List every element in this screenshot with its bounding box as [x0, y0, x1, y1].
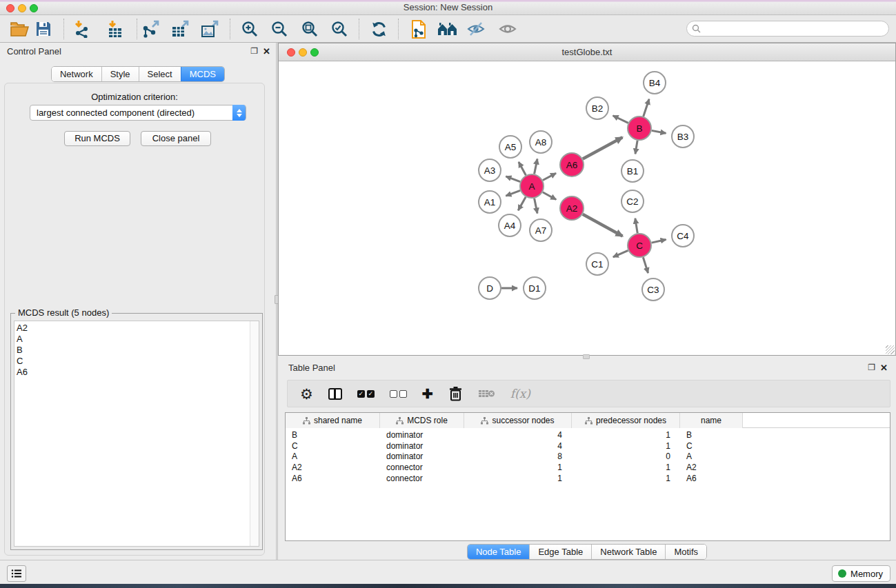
- graph-edge-A-A6[interactable]: [543, 173, 556, 180]
- graph-node-A5[interactable]: A5: [499, 136, 521, 158]
- network-canvas[interactable]: AA1A2A3A4A5A6A7A8BB1B2B3B4CC1C2C3C4DD1: [279, 61, 895, 355]
- close-table-panel-icon[interactable]: ✕: [880, 363, 888, 372]
- zoom-selected-button[interactable]: [327, 17, 352, 41]
- add-column-button[interactable]: ✚: [422, 387, 433, 401]
- graph-edge-A-A1[interactable]: [506, 190, 520, 196]
- graph-node-C1[interactable]: C1: [586, 253, 608, 275]
- deselect-all-columns-button[interactable]: [390, 390, 407, 398]
- table-tab-edge-table[interactable]: Edge Table: [529, 545, 591, 559]
- table-row[interactable]: A6connector11A6: [286, 474, 890, 485]
- mcds-result-item[interactable]: A6: [17, 367, 259, 378]
- table-row[interactable]: Adominator80A: [286, 452, 890, 463]
- graph-edge-B-B2[interactable]: [613, 116, 628, 123]
- new-network-from-file-button[interactable]: [406, 17, 431, 41]
- tab-select[interactable]: Select: [139, 67, 181, 81]
- graph-edge-A2-C[interactable]: [583, 214, 623, 236]
- run-mcds-button[interactable]: Run MCDS: [64, 131, 130, 146]
- graph-edge-B-B1[interactable]: [635, 141, 637, 154]
- graph-node-A6[interactable]: A6: [560, 153, 584, 176]
- graph-node-A3[interactable]: A3: [479, 159, 501, 181]
- list-scrollbar[interactable]: [250, 321, 259, 546]
- close-panel-icon[interactable]: ✕: [263, 47, 270, 56]
- float-panel-icon[interactable]: ❐: [250, 47, 258, 55]
- mcds-result-list[interactable]: A2ABCA6: [14, 321, 259, 547]
- open-session-button[interactable]: [7, 17, 32, 41]
- mcds-result-item[interactable]: A2: [17, 323, 259, 334]
- graph-node-D1[interactable]: D1: [524, 277, 546, 299]
- memory-button[interactable]: Memory: [832, 565, 890, 582]
- resize-grip-icon[interactable]: [886, 345, 895, 354]
- export-network-button[interactable]: [139, 17, 163, 41]
- graph-edge-A-A8[interactable]: [535, 159, 537, 174]
- graph-edge-A-A3[interactable]: [506, 176, 520, 182]
- zoom-in-button[interactable]: [237, 17, 262, 41]
- network-manager-button[interactable]: [435, 17, 459, 41]
- tab-network[interactable]: Network: [52, 67, 101, 81]
- graph-node-D[interactable]: D: [479, 277, 501, 299]
- save-session-button[interactable]: [31, 17, 56, 41]
- column-header-predecessor-nodes[interactable]: predecessor nodes: [572, 413, 680, 428]
- table-tab-network-table[interactable]: Network Table: [591, 545, 665, 559]
- column-header-shared-name[interactable]: shared name: [286, 413, 380, 428]
- delete-table-button[interactable]: [478, 389, 495, 398]
- graph-node-A8[interactable]: A8: [530, 131, 552, 153]
- graph-node-C3[interactable]: C3: [642, 278, 664, 301]
- graph-node-B2[interactable]: B2: [586, 97, 608, 119]
- graph-node-A2[interactable]: A2: [560, 196, 584, 220]
- table-row[interactable]: Cdominator41C: [286, 441, 890, 452]
- show-columns-button[interactable]: [328, 388, 342, 400]
- graph-node-C2[interactable]: C2: [621, 190, 644, 212]
- search-input[interactable]: [704, 24, 888, 34]
- import-table-button[interactable]: [103, 17, 128, 41]
- graph-node-C[interactable]: C: [628, 234, 651, 257]
- mcds-result-item[interactable]: A: [17, 334, 259, 345]
- mcds-result-item[interactable]: C: [17, 356, 259, 367]
- graph-edge-B-B3[interactable]: [652, 130, 666, 133]
- graph-node-B3[interactable]: B3: [672, 125, 694, 148]
- criterion-select[interactable]: largest connected component (directed): [30, 105, 246, 121]
- search-box[interactable]: [686, 21, 889, 37]
- export-image-button[interactable]: [198, 17, 223, 41]
- graph-edge-A-A2[interactable]: [543, 192, 556, 200]
- import-network-button[interactable]: [70, 17, 94, 41]
- graph-edge-A6-B[interactable]: [583, 137, 623, 159]
- graph-node-A[interactable]: A: [520, 174, 544, 198]
- graph-edge-B-B4[interactable]: [644, 99, 649, 116]
- delete-column-button[interactable]: [448, 386, 463, 401]
- graph-node-A4[interactable]: A4: [499, 214, 521, 236]
- graph-node-A1[interactable]: A1: [479, 191, 501, 213]
- graph-node-A7[interactable]: A7: [530, 219, 552, 241]
- graph-edge-C-C4[interactable]: [652, 239, 666, 243]
- hide-graphics-details-button[interactable]: [464, 17, 488, 41]
- refresh-view-button[interactable]: [366, 17, 391, 41]
- fit-content-button[interactable]: [297, 17, 322, 41]
- tab-style[interactable]: Style: [101, 67, 139, 81]
- zoom-out-button[interactable]: [267, 17, 292, 41]
- show-task-history-button[interactable]: [7, 565, 26, 582]
- table-row[interactable]: A2connector11A2: [286, 463, 890, 474]
- table-row[interactable]: Bdominator41B: [286, 430, 890, 441]
- column-header-successor-nodes[interactable]: successor nodes: [464, 413, 572, 428]
- mcds-result-item[interactable]: B: [17, 345, 259, 356]
- column-header-name[interactable]: name: [680, 413, 743, 428]
- table-tab-node-table[interactable]: Node Table: [468, 545, 530, 559]
- table-tab-motifs[interactable]: Motifs: [665, 545, 706, 559]
- tab-mcds[interactable]: MCDS: [181, 67, 224, 81]
- graph-node-B4[interactable]: B4: [644, 72, 666, 94]
- graph-edge-C-C1[interactable]: [613, 250, 628, 257]
- graph-node-B[interactable]: B: [628, 116, 651, 140]
- export-table-button[interactable]: [168, 17, 193, 41]
- show-graphics-details-button[interactable]: [495, 17, 520, 41]
- column-settings-button[interactable]: ⚙: [300, 387, 313, 401]
- graph-edge-A-A7[interactable]: [535, 199, 537, 214]
- graph-node-B1[interactable]: B1: [621, 160, 644, 182]
- graph-edge-A-A5[interactable]: [519, 162, 526, 175]
- graph-edge-C-C3[interactable]: [643, 257, 648, 273]
- function-builder-button[interactable]: f(x): [510, 387, 530, 401]
- column-header-mcds-role[interactable]: MCDS role: [380, 413, 464, 428]
- graph-edge-C-C2[interactable]: [635, 219, 637, 234]
- graph-edge-A-A4[interactable]: [518, 197, 526, 211]
- horizontal-splitter-handle[interactable]: [583, 354, 590, 359]
- select-all-columns-button[interactable]: ✓✓: [357, 390, 375, 398]
- float-table-panel-icon[interactable]: ❐: [868, 363, 875, 372]
